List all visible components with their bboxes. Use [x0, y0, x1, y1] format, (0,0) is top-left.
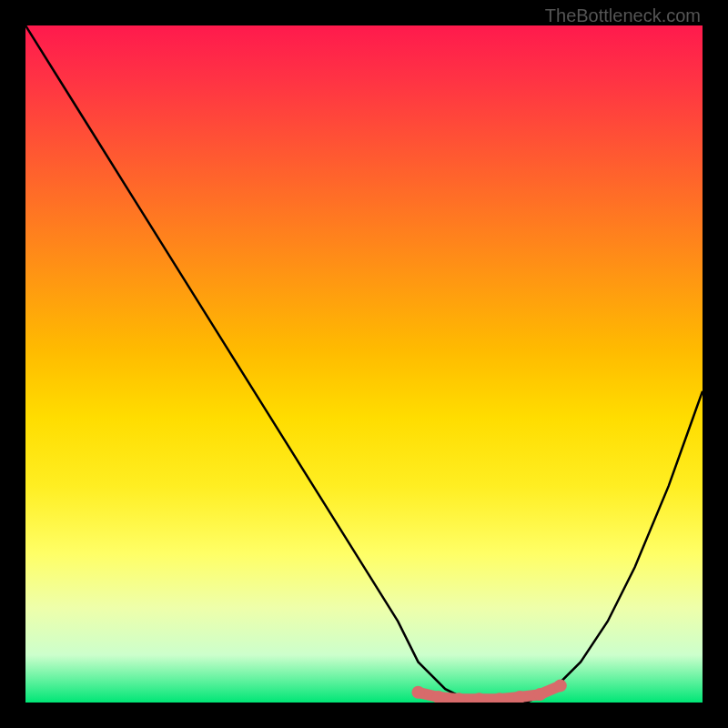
- bottleneck-curve: [25, 25, 703, 703]
- svg-point-7: [554, 679, 567, 692]
- svg-point-0: [412, 686, 425, 699]
- watermark-text: TheBottleneck.com: [545, 5, 701, 26]
- svg-point-6: [533, 688, 546, 701]
